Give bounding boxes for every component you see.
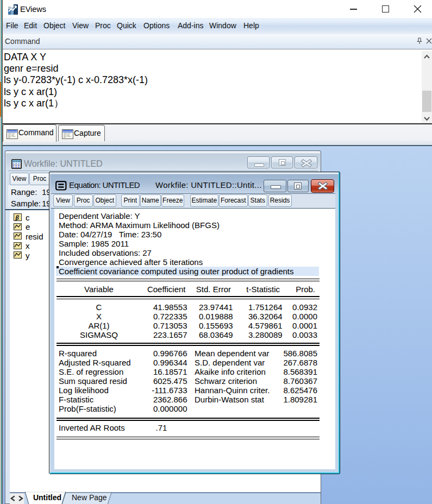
svg-text:β: β <box>15 213 20 221</box>
